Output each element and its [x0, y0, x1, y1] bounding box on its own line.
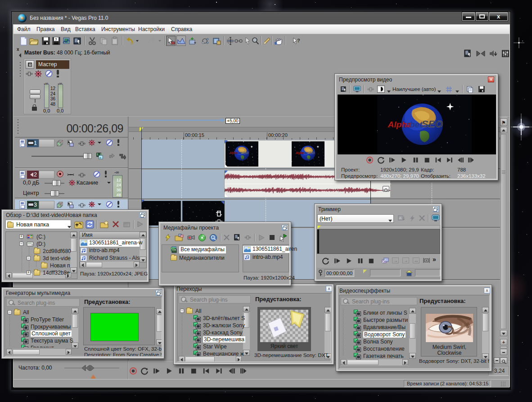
svg-text:bet: bet	[410, 120, 423, 129]
svg-text:?: ?	[55, 37, 57, 41]
svg-text:?: ?	[297, 38, 300, 43]
svg-text:SEO: SEO	[241, 151, 248, 155]
svg-text:Alpha: Alpha	[229, 151, 238, 155]
svg-text:A: A	[399, 216, 402, 220]
svg-text:Alpha: Alpha	[295, 151, 304, 155]
svg-text:Alpha: Alpha	[388, 120, 412, 129]
svg-text:SEO: SEO	[307, 151, 315, 155]
svg-text:α: α	[99, 156, 101, 159]
svg-text:SEO: SEO	[422, 118, 443, 130]
